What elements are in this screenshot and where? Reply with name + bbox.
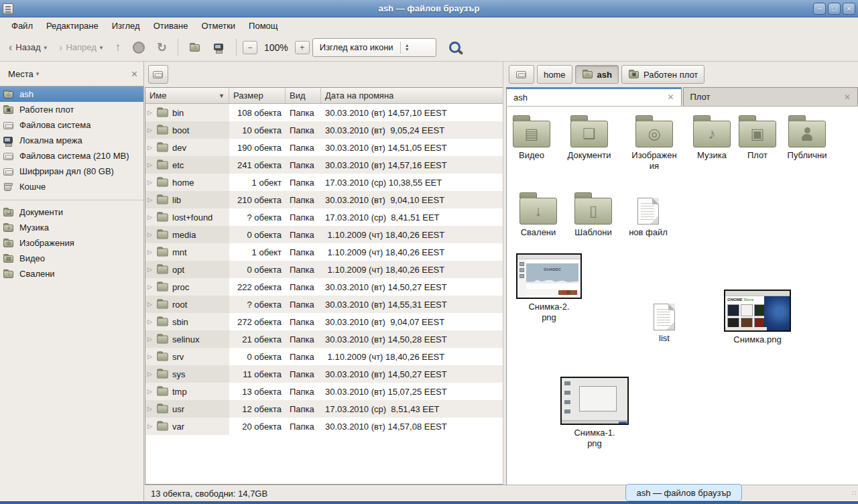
table-row[interactable]: ▷lib 210 обекта Папка 30.03.2010 (вт) 9,… (145, 191, 503, 208)
expander-icon[interactable]: ▷ (147, 301, 154, 308)
sidebar-item-5[interactable]: Шифриран дял (80 GB) (0, 164, 143, 179)
table-row[interactable]: ▷sys 11 обекта Папка 30.03.2010 (вт) 14,… (145, 365, 503, 383)
expander-icon[interactable]: ▷ (147, 405, 154, 412)
tab-close-icon[interactable]: ✕ (844, 92, 851, 102)
up-button[interactable]: ↑ (110, 38, 125, 57)
maximize-button[interactable]: □ (828, 3, 841, 15)
sidebar-item-10[interactable]: ◎Изображения (0, 235, 143, 251)
expander-icon[interactable]: ▷ (147, 266, 154, 273)
expander-icon[interactable]: ▷ (147, 249, 154, 255)
tab-1[interactable]: Плот ✕ (683, 87, 858, 106)
sidebar-item-0[interactable]: ⌂ash (0, 86, 143, 102)
expander-icon[interactable]: ▷ (147, 109, 154, 116)
icon-view-item-0[interactable]: ▤Видео (507, 115, 556, 161)
icon-view-item-1[interactable]: ❏Документи (558, 115, 620, 161)
search-button[interactable] (439, 39, 465, 56)
table-row[interactable]: ▷mnt 1 обект Папка 1.10.2009 (чт) 18,40,… (145, 243, 503, 261)
expander-icon[interactable]: ▷ (147, 423, 154, 430)
column-header-2[interactable]: Вид (286, 88, 321, 103)
forward-dropdown-icon[interactable]: ▾ (100, 44, 103, 51)
table-row[interactable]: ▷etc 241 обекта Папка 30.03.2010 (вт) 14… (145, 156, 503, 174)
reload-button[interactable]: ↻ (152, 38, 172, 58)
column-header-0[interactable]: Име▼ (145, 88, 229, 103)
expander-icon[interactable]: ▷ (147, 179, 154, 186)
tab-0[interactable]: ash ✕ (506, 87, 682, 106)
expander-icon[interactable]: ▷ (147, 284, 154, 290)
close-button[interactable]: × (843, 3, 855, 15)
resize-grip[interactable]: ∷ (852, 489, 857, 497)
table-row[interactable]: ▷selinux 21 обекта Папка 30.03.2010 (вт)… (145, 330, 503, 348)
icon-view-item-4[interactable]: ▣Плот (733, 115, 782, 161)
sidebar-title[interactable]: Места (8, 69, 34, 79)
zoom-in-button[interactable]: + (295, 41, 310, 54)
table-row[interactable]: ▷srv 0 обекта Папка 1.10.2009 (чт) 18,40… (145, 348, 503, 365)
path-button-ash[interactable]: ⌂ash (575, 65, 619, 84)
sidebar-item-2[interactable]: Файлова система (0, 117, 143, 133)
path-button-home[interactable]: home (537, 65, 572, 84)
table-row[interactable]: ▷tmp 13 обекта Папка 30.03.2010 (вт) 15,… (145, 383, 503, 400)
sidebar-close-icon[interactable]: ✕ (131, 69, 138, 79)
expander-icon[interactable]: ▷ (147, 353, 154, 360)
icon-view-item-3[interactable]: ♪Музика (682, 115, 741, 161)
expander-icon[interactable]: ▷ (147, 127, 154, 133)
sidebar-item-6[interactable]: Кошче (0, 179, 143, 194)
computer-button[interactable] (208, 40, 230, 56)
table-row[interactable]: ▷dev 190 обекта Папка 30.03.2010 (вт) 14… (145, 139, 503, 156)
expander-icon[interactable]: ▷ (147, 231, 154, 238)
back-dropdown-icon[interactable]: ▾ (44, 44, 48, 51)
minimize-button[interactable]: − (813, 3, 826, 15)
path-button-Работен плот[interactable]: ▣Работен плот (621, 65, 704, 84)
icon-view[interactable]: ▤Видео ❏Документи ◎Изображен ия ♪Музика … (506, 107, 858, 485)
filesystem-root-button[interactable] (148, 65, 168, 84)
view-mode-combobox[interactable]: Изглед като икони ▲▼ (312, 38, 436, 57)
menu-item-4[interactable]: Отметки (195, 19, 241, 33)
sidebar-item-1[interactable]: ▣Работен плот (0, 102, 143, 117)
icon-view-item-7[interactable]: ▯Шаблони (566, 192, 620, 238)
menu-item-0[interactable]: Файл (5, 19, 39, 33)
expander-icon[interactable]: ▷ (147, 196, 154, 203)
expander-icon[interactable]: ▷ (147, 388, 154, 395)
icon-view-item-12[interactable]: Снимка-1. png (558, 377, 631, 449)
home-button[interactable]: ⌂ (184, 40, 206, 56)
table-row[interactable]: ▷root ? обекта Папка 30.03.2010 (вт) 14,… (145, 296, 503, 313)
table-row[interactable]: ▷usr 12 обекта Папка 17.03.2010 (ср) 8,5… (145, 400, 503, 418)
table-row[interactable]: ▷var 20 обекта Папка 30.03.2010 (вт) 14,… (145, 418, 503, 435)
column-header-1[interactable]: Размер (229, 88, 286, 103)
zoom-out-button[interactable]: − (243, 41, 257, 54)
sidebar-item-3[interactable]: Локална мрежа (0, 133, 143, 148)
sidebar-item-9[interactable]: ♪Музика (0, 220, 143, 235)
table-row[interactable]: ▷boot 10 обекта Папка 30.03.2010 (вт) 9,… (145, 121, 503, 139)
sidebar-item-12[interactable]: ↓Свалени (0, 266, 143, 281)
menu-item-3[interactable]: Отиване (147, 19, 194, 33)
icon-view-item-11[interactable]: GNOME Store Снимка.png (721, 290, 794, 345)
menu-item-2[interactable]: Изглед (106, 19, 146, 33)
table-row[interactable]: ▷sbin 272 обекта Папка 30.03.2010 (вт) 9… (145, 313, 503, 330)
table-row[interactable]: ▷proc 222 обекта Папка 30.03.2010 (вт) 1… (145, 278, 503, 296)
icon-view-item-8[interactable]: нов файл (622, 194, 674, 238)
forward-button[interactable]: › Напред ▾ (54, 39, 107, 56)
expander-icon[interactable]: ▷ (147, 336, 154, 342)
tab-close-icon[interactable]: ✕ (667, 92, 674, 102)
expander-icon[interactable]: ▷ (147, 214, 154, 220)
expander-icon[interactable]: ▷ (147, 318, 154, 325)
icon-view-item-9[interactable]: GUADEC Снимка-2. png (515, 253, 583, 323)
sidebar-title-dropdown-icon[interactable]: ▾ (36, 70, 40, 77)
path-button-root[interactable] (509, 65, 534, 84)
expander-icon[interactable]: ▷ (147, 371, 154, 377)
sidebar-item-8[interactable]: ❏Документи (0, 204, 143, 220)
back-button[interactable]: ‹ Назад ▾ (4, 39, 52, 56)
icon-view-item-2[interactable]: ◎Изображен ия (623, 115, 685, 172)
table-row[interactable]: ▷home 1 обект Папка 17.03.2010 (ср) 10,3… (145, 174, 503, 191)
icon-view-item-5[interactable]: Публични (778, 115, 837, 161)
menu-item-1[interactable]: Редактиране (40, 19, 105, 33)
sidebar-item-11[interactable]: ▤Видео (0, 251, 143, 266)
table-row[interactable]: ▷bin 108 обекта Папка 30.03.2010 (вт) 14… (145, 104, 503, 121)
table-row[interactable]: ▷opt 0 обекта Папка 1.10.2009 (чт) 18,40… (145, 261, 503, 278)
icon-view-item-6[interactable]: ↓Свалени (512, 192, 564, 238)
icon-view-item-10[interactable]: list (638, 300, 690, 344)
stop-button[interactable] (128, 39, 149, 56)
table-row[interactable]: ▷lost+found ? обекта Папка 17.03.2010 (с… (145, 208, 503, 226)
sidebar-item-4[interactable]: Файлова система (210 MB) (0, 148, 143, 164)
table-row[interactable]: ▷media 0 обекта Папка 1.10.2009 (чт) 18,… (145, 226, 503, 243)
titlebar[interactable]: ash — файлов браузър − □ × (0, 0, 858, 17)
